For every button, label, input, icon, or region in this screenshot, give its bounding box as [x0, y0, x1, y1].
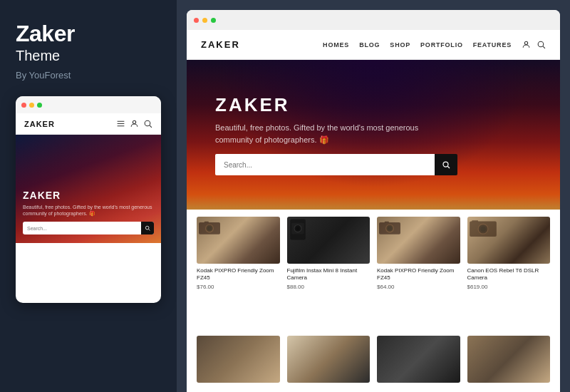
product-card-2: Fujifilm Instax Mini 8 Instant Camera $8…: [287, 217, 370, 329]
product-image-6: [287, 336, 370, 383]
theme-title: Zaker: [16, 21, 161, 46]
mobile-hero-title: ZAKER: [23, 190, 154, 201]
mobile-search-input[interactable]: [23, 226, 141, 231]
product-name-2: Fujifilm Instax Mini 8 Instant Camera: [287, 267, 370, 282]
mobile-search-bar: [23, 222, 154, 234]
nav-shop[interactable]: SHOP: [390, 41, 410, 48]
svg-line-12: [447, 166, 450, 168]
desktop-nav: ZAKER HOMES BLOG SHOP PORTFOLIO FEATURES: [187, 30, 560, 60]
product-price-4: $619.00: [467, 284, 551, 290]
svg-line-10: [543, 46, 545, 48]
desktop-search-bar: [215, 154, 457, 175]
product-grid: Kodak PIXPRO Friendly Zoom FZ45 $76.00 F…: [187, 210, 560, 336]
product-image-5: [197, 336, 280, 383]
search-btn-icon: [145, 225, 150, 231]
desktop-mockup: ZAKER HOMES BLOG SHOP PORTFOLIO FEATURES…: [187, 10, 560, 392]
theme-label: Theme: [16, 48, 161, 64]
product-grid-row2: [187, 336, 560, 392]
search-icon: [143, 119, 152, 128]
mobile-nav: ZAKER: [16, 113, 161, 135]
desktop-hero: ZAKER Beautiful, free photos. Gifted by …: [187, 60, 560, 210]
desktop-hero-title: ZAKER: [215, 94, 532, 116]
svg-point-4: [145, 120, 150, 126]
desktop-hero-text: Beautiful, free photos. Gifted by the wo…: [215, 122, 429, 145]
product-image-2: [287, 217, 370, 264]
product-card-4: Canon EOS Rebel T6 DSLR Camera $619.00: [467, 217, 551, 329]
dot-green: [37, 103, 42, 108]
desktop-nav-icons: [522, 40, 546, 49]
svg-point-27: [480, 226, 486, 232]
mobile-nav-icons: [116, 119, 152, 128]
svg-line-5: [150, 125, 152, 128]
desktop-search-input[interactable]: [215, 154, 435, 175]
nav-blog[interactable]: BLOG: [359, 41, 380, 48]
hamburger-icon: [116, 119, 125, 128]
product-name-4: Canon EOS Rebel T6 DSLR Camera: [467, 267, 551, 282]
product-price-3: $64.00: [377, 284, 460, 290]
desktop-search-icon[interactable]: [537, 40, 546, 49]
right-panel: ZAKER HOMES BLOG SHOP PORTFOLIO FEATURES…: [177, 0, 570, 392]
nav-features[interactable]: FEATURES: [473, 41, 512, 48]
mobile-logo: ZAKER: [24, 120, 55, 128]
svg-point-6: [145, 227, 149, 230]
desktop-dot-red: [194, 18, 199, 23]
mobile-mockup: ZAKER ZAKER Beautiful, free photos. Gift…: [16, 96, 161, 303]
svg-rect-16: [204, 222, 209, 223]
mobile-search-button[interactable]: [141, 222, 154, 234]
product-name-3: Kodak PIXPRO Friendly Zoom FZ45: [377, 267, 460, 282]
theme-author: By YouForest: [16, 70, 161, 81]
svg-point-9: [538, 41, 544, 47]
product-card-6: [287, 336, 370, 386]
product-price-1: $76.00: [197, 284, 280, 290]
product-card-8: [467, 336, 551, 386]
svg-line-7: [149, 229, 150, 231]
product-image-4: [467, 217, 551, 264]
desktop-top-bar: [187, 10, 560, 30]
desktop-nav-links: HOMES BLOG SHOP PORTFOLIO FEATURES: [323, 41, 512, 48]
product-image-8: [467, 336, 551, 383]
mobile-hero: ZAKER Beautiful, free photos. Gifted by …: [16, 135, 161, 243]
product-card-7: [377, 336, 460, 386]
nav-portfolio[interactable]: PORTFOLIO: [420, 41, 463, 48]
product-image-7: [377, 336, 460, 383]
product-card-5: [197, 336, 280, 386]
product-image-1: [197, 217, 280, 264]
mobile-hero-text: Beautiful, free photos. Gifted by the wo…: [23, 204, 154, 218]
desktop-search-btn-icon: [442, 160, 450, 169]
svg-point-23: [388, 226, 392, 230]
product-image-3: [377, 217, 460, 264]
desktop-dot-yellow: [202, 18, 207, 23]
product-card-1: Kodak PIXPRO Friendly Zoom FZ45 $76.00: [197, 217, 280, 329]
svg-point-3: [133, 120, 135, 123]
svg-rect-24: [385, 222, 389, 223]
svg-point-15: [207, 226, 212, 230]
svg-point-8: [524, 41, 527, 44]
user-icon: [130, 119, 139, 128]
svg-point-11: [443, 162, 448, 167]
nav-homes[interactable]: HOMES: [323, 41, 349, 48]
desktop-search-button[interactable]: [435, 154, 457, 175]
dot-yellow: [29, 103, 34, 108]
svg-rect-28: [472, 220, 478, 222]
desktop-user-icon[interactable]: [522, 40, 531, 49]
product-price-2: $88.00: [287, 284, 370, 290]
product-name-1: Kodak PIXPRO Friendly Zoom FZ45: [197, 267, 280, 282]
svg-point-20: [296, 227, 299, 229]
left-panel: Zaker Theme By YouForest ZAKER ZAKER Bea…: [0, 0, 177, 392]
mobile-top-bar: [16, 96, 161, 113]
product-card-3: Kodak PIXPRO Friendly Zoom FZ45 $64.00: [377, 217, 460, 329]
desktop-logo: ZAKER: [201, 39, 240, 50]
desktop-dot-green: [211, 18, 216, 23]
dot-red: [21, 103, 26, 108]
